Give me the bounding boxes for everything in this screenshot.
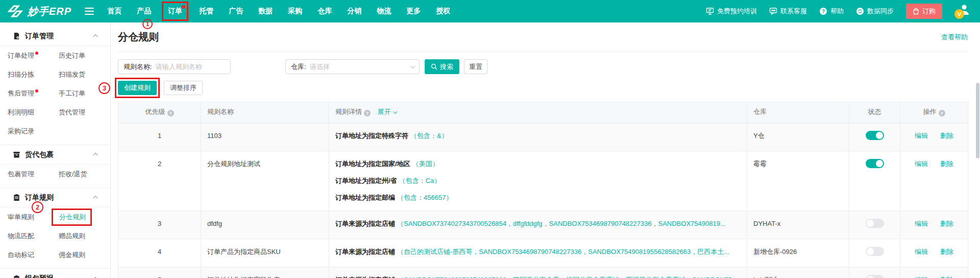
detail-help-icon[interactable]: ? bbox=[364, 110, 371, 117]
sidebar-item-profit-detail[interactable]: 利润明细 bbox=[8, 103, 59, 122]
rule-name-field[interactable]: 规则名称: bbox=[118, 59, 231, 74]
shopping-bag-icon bbox=[913, 8, 919, 15]
subscribe-label: 订购 bbox=[922, 7, 936, 16]
help-link-nav[interactable]: ? 帮助 bbox=[819, 7, 844, 16]
nav-item-hosting[interactable]: 托管 bbox=[198, 5, 214, 18]
sidebar-item-commission-rules[interactable]: 佣金规则 bbox=[59, 245, 110, 264]
contact-support-link[interactable]: 联系客服 bbox=[769, 7, 807, 16]
rule-name-cell: 1103 bbox=[201, 123, 329, 151]
chat-icon bbox=[769, 7, 777, 15]
warehouse-cell: DYHAT-x bbox=[747, 211, 849, 239]
nav-item-auth[interactable]: 授权 bbox=[435, 5, 451, 18]
sidebar-item-gift-rules[interactable]: 赠品规则 bbox=[59, 226, 110, 245]
status-cell bbox=[849, 151, 900, 211]
col-rule-detail: 规则详情? 展开 bbox=[329, 101, 747, 123]
section-header-order-rules[interactable]: 订单规则 bbox=[0, 188, 110, 207]
subscribe-button[interactable]: 订购 bbox=[906, 4, 942, 19]
rule-name-input[interactable] bbox=[156, 63, 225, 71]
nav-item-purchase[interactable]: 采购 bbox=[287, 5, 303, 18]
free-training-label: 免费预约培训 bbox=[717, 7, 757, 16]
sidebar-item-purchase-records[interactable]: 采购记录 bbox=[8, 122, 59, 141]
main-content: 分仓规则 查看帮助 规则名称: 仓库: 请选择 搜索 重置 创建规则 调整排序 bbox=[111, 22, 980, 278]
sidebar-item-scan-shipping[interactable]: 扫描发货 bbox=[59, 65, 110, 84]
priority-help-icon[interactable]: ? bbox=[167, 110, 174, 117]
nav-item-more[interactable]: 更多 bbox=[405, 5, 422, 18]
table-row: 2 分仓规则地址测试 订单地址为指定国家/地区（美国） 订单地址为指定州/省（包… bbox=[118, 151, 968, 211]
rule-name-cell: 分仓规则地址测试 bbox=[201, 151, 329, 211]
data-sync-link[interactable]: 数据同步 bbox=[856, 7, 894, 16]
logo-text: 妙手ERP bbox=[28, 5, 71, 18]
status-cell bbox=[849, 267, 900, 278]
delete-link[interactable]: 删除 bbox=[940, 220, 953, 227]
nav-item-product[interactable]: 产品 bbox=[136, 5, 152, 18]
sidebar-item-order-processing[interactable]: 订单处理 bbox=[8, 46, 59, 65]
sidebar-item-auto-tagging[interactable]: 自动标记 bbox=[8, 245, 59, 264]
nav-item-warehouse[interactable]: 仓库 bbox=[316, 5, 333, 18]
menu-toggle-icon[interactable] bbox=[85, 8, 94, 15]
status-toggle[interactable] bbox=[866, 247, 884, 256]
delete-link[interactable]: 删除 bbox=[940, 160, 953, 168]
status-toggle[interactable] bbox=[866, 275, 884, 278]
annotation-circle-3: 3 bbox=[99, 82, 110, 94]
col-priority: 优先级? bbox=[118, 101, 201, 123]
free-training-link[interactable]: 免费预约培训 bbox=[706, 7, 757, 16]
status-cell bbox=[849, 123, 900, 151]
sidebar-item-rejected-returns[interactable]: 拒收/退货 bbox=[59, 165, 110, 183]
status-toggle[interactable] bbox=[866, 159, 884, 168]
reset-button[interactable]: 重置 bbox=[464, 59, 487, 74]
filter-bar: 规则名称: 仓库: 请选择 搜索 重置 bbox=[118, 59, 968, 74]
status-toggle[interactable] bbox=[866, 131, 884, 140]
nav-item-ads[interactable]: 广告 bbox=[228, 5, 244, 18]
table-row: 5 订单地址为指定字段为空 订单来源为指定店铺（SANDBOX753469879… bbox=[118, 267, 968, 278]
col-status: 状态 bbox=[849, 101, 900, 123]
col-warehouse: 仓库 bbox=[747, 101, 849, 123]
edit-link[interactable]: 编辑 bbox=[915, 276, 928, 278]
edit-link[interactable]: 编辑 bbox=[915, 160, 928, 168]
table-header-row: 优先级? 规则名称 规则详情? 展开 仓库 状态 操作? bbox=[118, 101, 968, 123]
section-header-forwarder-packages[interactable]: 货代包裹 bbox=[0, 145, 110, 165]
nav-item-order[interactable]: 订单 bbox=[162, 2, 188, 21]
delete-link[interactable]: 删除 bbox=[940, 248, 953, 256]
edit-link[interactable]: 编辑 bbox=[915, 248, 928, 256]
section-title: 货代包裹 bbox=[25, 150, 94, 159]
priority-cell: 3 bbox=[118, 211, 201, 239]
sidebar-item-warehouse-split-rules[interactable]: 分仓规则 bbox=[59, 207, 110, 226]
nav-item-data[interactable]: 数据 bbox=[257, 5, 274, 18]
edit-link[interactable]: 编辑 bbox=[915, 220, 928, 227]
sidebar-item-forwarder-management[interactable]: 货代管理 bbox=[59, 103, 110, 122]
adjust-sort-button[interactable]: 调整排序 bbox=[164, 81, 203, 95]
section-title: 组包预报 bbox=[25, 274, 94, 278]
rule-detail-cell: 订单地址为指定国家/地区（美国） 订单地址为指定州/省（包含：Ca） 订单地址为… bbox=[329, 151, 747, 211]
action-help-icon[interactable]: ? bbox=[939, 110, 945, 117]
section-header-order-management[interactable]: 订单管理 bbox=[0, 27, 110, 46]
delete-link[interactable]: 删除 bbox=[940, 276, 953, 278]
rules-table: 优先级? 规则名称 规则详情? 展开 仓库 状态 操作? 1 1103 订单地址… bbox=[118, 101, 968, 278]
status-toggle[interactable] bbox=[866, 219, 884, 228]
section-header-bundle-forecast[interactable]: 组包预报 bbox=[0, 269, 110, 278]
warehouse-select[interactable]: 仓库: 请选择 bbox=[285, 59, 420, 74]
edit-link[interactable]: 编辑 bbox=[915, 132, 928, 140]
action-cell: 编辑删除 bbox=[900, 239, 968, 267]
sidebar-item-after-sales[interactable]: 售后管理 bbox=[8, 84, 59, 103]
nav-item-distribution[interactable]: 分销 bbox=[346, 5, 362, 18]
action-cell: 编辑删除 bbox=[900, 123, 968, 151]
sidebar-item-scan-sorting[interactable]: 扫描分拣 bbox=[8, 65, 59, 84]
sidebar-item-logistics-matching[interactable]: 物流匹配 bbox=[8, 226, 59, 245]
sidebar-item-history-orders[interactable]: 历史订单 bbox=[59, 46, 110, 65]
annotation-circle-2: 2 bbox=[32, 201, 43, 213]
nav-item-home[interactable]: 首页 bbox=[106, 5, 122, 18]
delete-link[interactable]: 删除 bbox=[940, 132, 953, 140]
sidebar-item-package-management[interactable]: 包裹管理 bbox=[8, 165, 59, 183]
vertical-scrollbar[interactable] bbox=[976, 83, 979, 158]
create-rule-button[interactable]: 创建规则 bbox=[118, 81, 157, 95]
warehouse-cell: 新增仓库-0926 bbox=[747, 239, 849, 267]
search-button[interactable]: 搜索 bbox=[425, 59, 459, 74]
rule-detail-cell: 订单地址为指定特殊字符（包含：&） bbox=[329, 123, 747, 151]
user-avatar[interactable]: V bbox=[954, 4, 970, 19]
expand-all-link[interactable]: 展开 bbox=[378, 108, 396, 115]
view-help-link[interactable]: 查看帮助 bbox=[941, 33, 968, 42]
app-logo[interactable]: 妙手ERP bbox=[7, 4, 71, 18]
nav-item-logistics[interactable]: 物流 bbox=[376, 5, 392, 18]
status-cell bbox=[849, 211, 900, 239]
vip-badge: V bbox=[954, 9, 964, 19]
